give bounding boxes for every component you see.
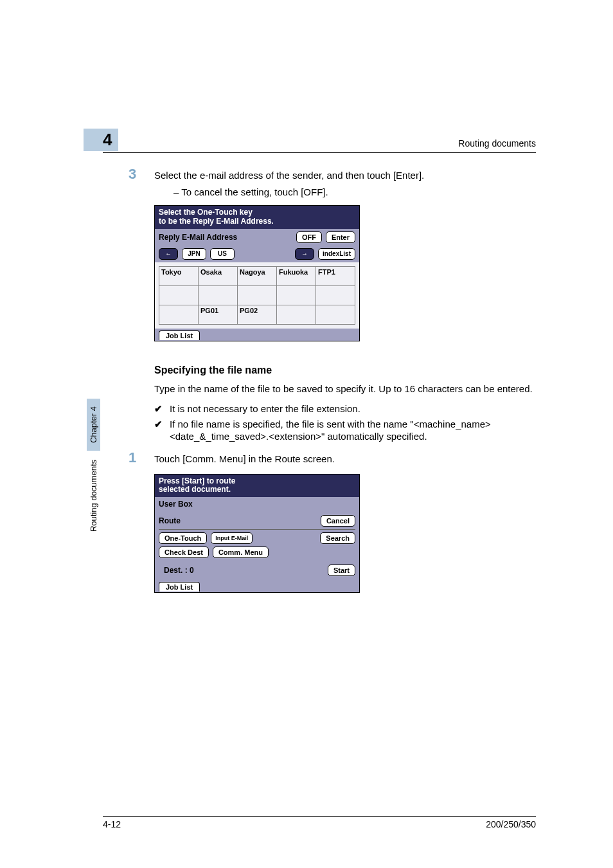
page-number: 4-12 xyxy=(103,819,121,829)
grid-cell[interactable]: PG01 xyxy=(199,305,238,324)
jpn-tab[interactable]: JPN xyxy=(182,248,206,260)
step-number-1: 1 xyxy=(129,449,154,466)
grid-cell[interactable]: Tokyo xyxy=(159,266,199,285)
grid-cell[interactable] xyxy=(316,285,355,305)
section-title: Routing documents xyxy=(458,138,536,151)
us-tab[interactable]: US xyxy=(210,248,235,260)
search-button[interactable]: Search xyxy=(320,532,355,544)
userbox-label: User Box xyxy=(159,500,193,509)
comm-menu-button[interactable]: Comm. Menu xyxy=(213,547,269,558)
step-1-text: Touch [Comm. Menu] in the Route screen. xyxy=(154,453,335,464)
grid-cell[interactable] xyxy=(277,305,316,324)
reply-email-label: Reply E-Mail Address xyxy=(159,233,237,242)
job-list-tab[interactable]: Job List xyxy=(159,330,200,340)
arrow-right-icon: → xyxy=(299,250,310,257)
step-number-3: 3 xyxy=(129,166,154,183)
grid-cell[interactable] xyxy=(316,305,355,324)
screen1-title: Select the One-Touch key to be the Reply… xyxy=(155,206,359,229)
input-email-button[interactable]: Input E-Mail xyxy=(211,532,253,544)
screen2-title: Press [Start] to route selected document… xyxy=(155,475,359,498)
page-footer: 4-12 200/250/350 xyxy=(103,816,536,829)
job-list-tab[interactable]: Job List xyxy=(159,582,200,592)
grid-cell[interactable]: Nagoya xyxy=(238,266,277,285)
off-button[interactable]: OFF xyxy=(296,231,322,243)
check-icon: ✔ xyxy=(154,418,170,443)
check-dest-button[interactable]: Check Dest xyxy=(159,547,209,558)
left-arrow-button[interactable]: ← xyxy=(159,248,178,260)
page-header: 4 Routing documents xyxy=(103,129,536,153)
indexlist-button[interactable]: indexList xyxy=(318,248,355,260)
grid-cell[interactable] xyxy=(238,285,277,305)
spec-filename-heading: Specifying the file name xyxy=(154,365,536,376)
side-tab: Chapter 4 Routing documents xyxy=(85,399,102,566)
model-numbers: 200/250/350 xyxy=(486,819,536,829)
screen2-title-line2: selected document. xyxy=(159,485,231,494)
cancel-button[interactable]: Cancel xyxy=(321,515,355,527)
device-screen-reply-email: Select the One-Touch key to be the Reply… xyxy=(154,205,360,341)
right-arrow-button[interactable]: → xyxy=(295,248,314,260)
grid-cell[interactable]: FTP1 xyxy=(316,266,355,285)
spec-filename-para: Type in the name of the file to be saved… xyxy=(154,383,536,395)
enter-button[interactable]: Enter xyxy=(326,231,355,243)
grid-cell[interactable]: Fukuoka xyxy=(277,266,316,285)
screen2-title-line1: Press [Start] to route xyxy=(159,476,235,485)
grid-cell[interactable] xyxy=(277,285,316,305)
side-chapter-label: Chapter 4 xyxy=(87,399,100,451)
screen1-title-line1: Select the One-Touch key xyxy=(159,208,253,217)
side-doc-label: Routing documents xyxy=(87,451,100,541)
check-item-a: It is not necessary to enter the file ex… xyxy=(170,402,536,415)
one-touch-grid: Tokyo Osaka Nagoya Fukuoka FTP1 PG01 P xyxy=(159,266,355,325)
grid-cell[interactable] xyxy=(199,285,238,305)
dest-count-label: Dest. : 0 xyxy=(164,566,194,575)
chapter-badge: 4 xyxy=(84,129,118,151)
step-3-text: Select the e-mail address of the sender,… xyxy=(154,170,424,181)
route-label: Route xyxy=(159,516,181,525)
grid-cell[interactable]: PG02 xyxy=(238,305,277,324)
grid-cell[interactable]: Osaka xyxy=(199,266,238,285)
grid-cell[interactable] xyxy=(159,285,199,305)
start-button[interactable]: Start xyxy=(328,565,355,576)
device-screen-route: Press [Start] to route selected document… xyxy=(154,474,360,593)
check-item-b: If no file name is specified, the file i… xyxy=(170,418,536,443)
check-icon: ✔ xyxy=(154,402,170,415)
screen1-title-line2: to be the Reply E-Mail Address. xyxy=(159,217,274,226)
one-touch-button[interactable]: One-Touch xyxy=(159,532,207,544)
grid-cell[interactable] xyxy=(159,305,199,324)
arrow-left-icon: ← xyxy=(163,250,173,257)
step-3-substep: To cancel the setting, touch [OFF]. xyxy=(173,186,536,197)
